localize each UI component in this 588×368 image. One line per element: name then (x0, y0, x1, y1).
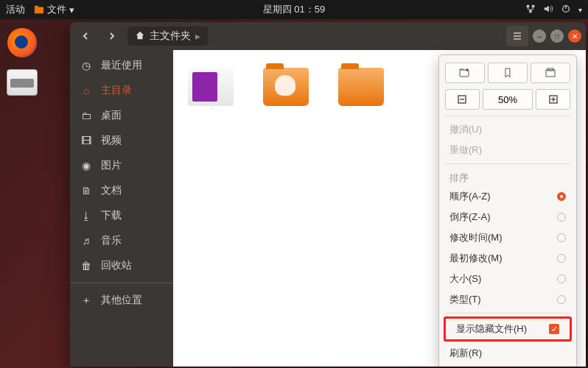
sort-option-modified[interactable]: 修改时间(M) (439, 227, 576, 248)
sidebar-item-label: 视频 (101, 134, 122, 147)
menuitem-label: 倒序(Z-A) (449, 210, 491, 224)
redo-menuitem[interactable]: 重做(R) (439, 140, 576, 160)
zoom-in-button[interactable] (536, 89, 570, 110)
bookmark-button[interactable] (488, 63, 528, 83)
sort-option-first-modified[interactable]: 最初修改(M) (439, 248, 576, 269)
view-menu-popover: 50% 撤消(U) 重做(R) 排序 顺序(A-Z) 倒序(Z-A) 修改时间(… (438, 54, 577, 367)
menuitem-label: 类型(T) (449, 293, 481, 306)
separator (70, 283, 173, 283)
svg-rect-1 (35, 6, 38, 8)
dock-files[interactable] (4, 65, 40, 100)
refresh-menuitem[interactable]: 刷新(R) (439, 343, 576, 364)
music-icon: ♬ (80, 235, 92, 247)
zoom-level[interactable]: 50% (483, 89, 533, 110)
sidebar-item-label: 音乐 (101, 234, 122, 247)
app-menu[interactable]: 文件 ▾ (34, 3, 74, 16)
menuitem-label: 修改时间(M) (449, 231, 503, 244)
sidebar-item-videos[interactable]: 🎞视频 (70, 128, 173, 153)
sidebar-item-label: 图片 (101, 159, 122, 172)
power-icon[interactable] (561, 4, 571, 16)
hamburger-menu-button[interactable] (506, 26, 528, 46)
chevron-down-icon: ▾ (69, 4, 74, 15)
sidebar-item-recent[interactable]: ◷最近使用 (70, 53, 173, 78)
folder-item[interactable] (338, 68, 384, 106)
titlebar: 主文件夹 ▸ ‒ □ ✕ (70, 22, 586, 50)
sidebar-item-desktop[interactable]: 🗀桌面 (70, 103, 173, 128)
app-menu-label: 文件 (47, 3, 66, 16)
sidebar-item-label: 文档 (101, 184, 122, 197)
file-manager-icon (7, 69, 38, 96)
sidebar-item-other[interactable]: +其他位置 (70, 288, 173, 313)
radio-icon (557, 213, 566, 222)
sidebar-item-home[interactable]: ⌂主目录 (70, 78, 173, 103)
trash-icon: 🗑 (80, 260, 92, 272)
chevron-down-icon: ▾ (578, 6, 582, 14)
close-button[interactable]: ✕ (568, 29, 581, 43)
back-button[interactable] (74, 26, 97, 46)
chevron-right-icon: ▸ (195, 30, 200, 42)
svg-rect-2 (527, 4, 530, 7)
radio-icon (557, 275, 566, 283)
forward-button[interactable] (101, 26, 123, 46)
sidebar-item-label: 主目录 (101, 84, 132, 97)
separator (445, 116, 570, 116)
clock-icon: ◷ (80, 60, 92, 71)
sidebar-item-trash[interactable]: 🗑回收站 (70, 253, 173, 278)
menuitem-label: 撤消(U) (449, 123, 482, 136)
home-icon (135, 30, 145, 43)
radio-icon (557, 233, 566, 242)
sidebar-item-label: 下载 (101, 209, 122, 222)
sidebar-item-label: 回收站 (101, 259, 132, 272)
volume-icon[interactable] (543, 4, 553, 16)
sort-option-az[interactable]: 顺序(A-Z) (439, 186, 576, 207)
checkbox-icon: ✓ (549, 324, 559, 334)
clock[interactable]: 星期四 01：59 (263, 3, 326, 16)
network-icon[interactable] (525, 4, 536, 16)
sidebar-item-downloads[interactable]: ⭳下载 (70, 203, 173, 228)
files-app-icon (34, 4, 44, 15)
maximize-button[interactable]: □ (550, 29, 564, 43)
sidebar-item-label: 其他位置 (101, 294, 142, 307)
show-hidden-menuitem[interactable]: 显示隐藏文件(H)✓ (446, 319, 570, 339)
dock-firefox[interactable] (4, 25, 40, 60)
file-manager-window: 主文件夹 ▸ ‒ □ ✕ ◷最近使用 ⌂主目录 🗀桌面 🎞视频 ◉图片 🗎文档 … (70, 22, 586, 367)
new-tab-button[interactable] (531, 63, 570, 83)
radio-icon (557, 254, 566, 263)
top-panel: 活动 文件 ▾ 星期四 01：59 ▾ (0, 0, 588, 19)
menuitem-label: 最初修改(M) (449, 252, 503, 265)
folder-item[interactable] (188, 68, 234, 106)
sidebar-item-pictures[interactable]: ◉图片 (70, 153, 173, 178)
menuitem-label: 刷新(R) (449, 347, 482, 360)
sort-option-za[interactable]: 倒序(Z-A) (439, 207, 576, 227)
new-folder-button[interactable] (445, 63, 485, 83)
document-icon: 🗎 (80, 185, 92, 197)
menuitem-label: 大小(S) (449, 272, 481, 286)
folder-item[interactable] (263, 68, 309, 106)
camera-icon: ◉ (80, 160, 92, 171)
separator (445, 163, 570, 164)
path-bar[interactable]: 主文件夹 ▸ (127, 26, 208, 46)
menuitem-label: 重做(R) (449, 144, 482, 157)
sort-header: 排序 (439, 167, 576, 186)
radio-icon (557, 295, 566, 304)
activities-button[interactable]: 活动 (6, 3, 25, 16)
download-icon: ⭳ (80, 210, 92, 222)
sort-option-size[interactable]: 大小(S) (439, 269, 576, 289)
sidebar-item-label: 桌面 (101, 109, 122, 122)
firefox-icon (7, 28, 37, 57)
sidebar-item-documents[interactable]: 🗎文档 (70, 178, 173, 203)
home-icon: ⌂ (80, 85, 92, 96)
separator (445, 313, 570, 314)
undo-menuitem[interactable]: 撤消(U) (439, 119, 576, 140)
sidebar-item-music[interactable]: ♬音乐 (70, 228, 173, 253)
sidebar: ◷最近使用 ⌂主目录 🗀桌面 🎞视频 ◉图片 🗎文档 ⭳下载 ♬音乐 🗑回收站 … (70, 50, 173, 367)
minimize-button[interactable]: ‒ (533, 29, 546, 43)
sort-option-type[interactable]: 类型(T) (439, 289, 576, 310)
zoom-out-button[interactable] (445, 89, 480, 110)
menuitem-label: 顺序(A-Z) (449, 190, 491, 203)
svg-rect-3 (532, 4, 535, 7)
highlight-annotation: 显示隐藏文件(H)✓ (444, 316, 572, 342)
menuitem-label: 显示隐藏文件(H) (456, 322, 527, 336)
radio-icon (557, 192, 566, 201)
svg-rect-0 (35, 7, 43, 14)
